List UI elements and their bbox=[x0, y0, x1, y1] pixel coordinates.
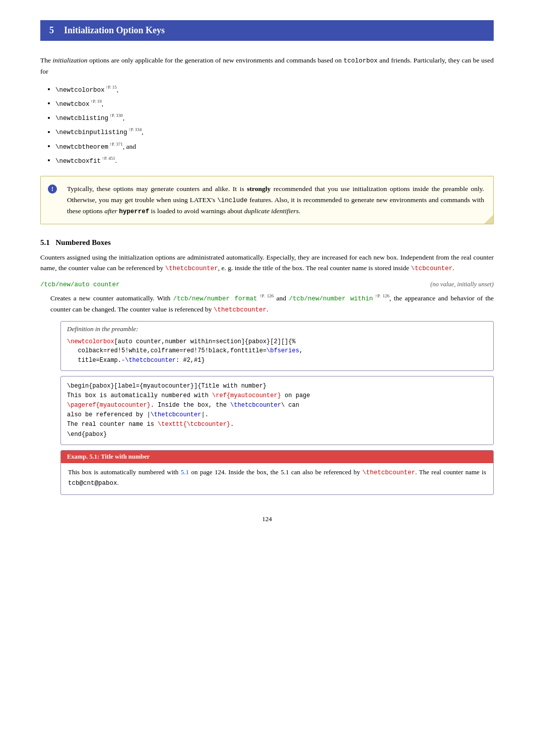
intro-paragraph: The initialization options are only appl… bbox=[40, 55, 494, 77]
example-title-text: Examp. 5.1: Title with number bbox=[67, 453, 150, 460]
page: 5 Initialization Option Keys The initial… bbox=[0, 0, 534, 756]
section-number: 5 bbox=[49, 25, 54, 36]
result-body-4: . bbox=[117, 479, 119, 486]
example-result-title: Examp. 5.1: Title with number bbox=[61, 451, 493, 463]
list-item: \newtcbtheorem ↑P. 371, and bbox=[55, 141, 494, 152]
example-result-body: This box is automatically numbered with … bbox=[61, 463, 493, 494]
code-box-code: \newtcolorbox[auto counter,number within… bbox=[61, 335, 493, 370]
subsection-label: Numbered Boxes bbox=[56, 238, 111, 246]
tcbcounter: \tcbcounter bbox=[411, 265, 453, 272]
key-description-block: Creates a new counter automatically. Wit… bbox=[50, 292, 494, 494]
section-header: 5 Initialization Option Keys bbox=[40, 20, 494, 41]
warning-italic: after bbox=[104, 207, 117, 215]
key-desc-1: Creates a new counter automatically. Wit… bbox=[50, 294, 173, 302]
warning-text-4: is loaded to avoid warnings about bbox=[149, 207, 244, 215]
key-desc-4: . bbox=[266, 305, 268, 313]
warning-italic2: duplicate identifiers bbox=[244, 207, 299, 215]
result-body-1: This box is automatically numbered with bbox=[68, 468, 181, 476]
svg-marker-0 bbox=[484, 215, 493, 224]
period: . bbox=[115, 156, 117, 164]
and-text: , and bbox=[123, 142, 136, 150]
example-result-box: Examp. 5.1: Title with number This box i… bbox=[60, 450, 494, 495]
warning-icon: ! bbox=[48, 183, 62, 217]
key-desc-paragraph: Creates a new counter automatically. Wit… bbox=[50, 292, 494, 315]
code-box-preamble: Definition in the preamble: \newtcolorbo… bbox=[60, 321, 494, 371]
exclamation-icon: ! bbox=[48, 184, 57, 194]
code-box-label: Definition in the preamble: bbox=[61, 322, 493, 335]
subsection-number: 5.1 bbox=[40, 238, 50, 246]
page-number-text: 124 bbox=[262, 515, 272, 523]
intro-text-1: The bbox=[40, 56, 53, 64]
pageref: ↑P. 330 bbox=[108, 113, 123, 118]
result-link[interactable]: 5.1 bbox=[181, 468, 189, 476]
bullet-list: \newtcolorbox ↑P. 15, \newtcbox ↑P. 19, … bbox=[55, 84, 494, 166]
key-def-line: /tcb/new/auto counter (no value, initial… bbox=[40, 281, 494, 288]
corner-fold-icon bbox=[484, 215, 493, 224]
bullet-mono: \newtcbtheorem bbox=[55, 143, 108, 150]
warning-box: ! Typically, these options may generate … bbox=[40, 176, 494, 224]
nb-text-2: , e. g. inside the title of the box. The… bbox=[218, 264, 411, 272]
intro-text-2: options are only applicable for the gene… bbox=[88, 56, 344, 64]
key-desc-thetcb: \thetcbcounter bbox=[214, 306, 266, 313]
key-def-right: (no value, initially unset) bbox=[430, 281, 494, 288]
pageref: ↑P. 371 bbox=[108, 142, 123, 147]
pageref: ↑P. 451 bbox=[101, 156, 115, 161]
thetcbcounter-1: \thetcbcounter bbox=[165, 265, 218, 272]
key-desc-mono2: /tcb/new/number within bbox=[289, 295, 373, 302]
bullet-mono: \newtcbox bbox=[55, 100, 90, 107]
key-def-left: /tcb/new/auto counter bbox=[40, 281, 120, 288]
bullet-mono: \newtcblisting bbox=[55, 115, 108, 122]
key-desc-pageref1: ↑P. 126 bbox=[257, 293, 274, 298]
page-number: 124 bbox=[40, 515, 494, 523]
list-item: \newtcblisting ↑P. 330, bbox=[55, 112, 494, 123]
result-mono2: tcb@cnt@pabox bbox=[68, 480, 117, 487]
list-item: \newtcbox ↑P. 19, bbox=[55, 98, 494, 109]
result-body-2: on page 124. Inside the box, the 5.1 can… bbox=[189, 468, 362, 476]
list-item: \newtcolorbox ↑P. 15, bbox=[55, 84, 494, 95]
section-title: Initialization Option Keys bbox=[64, 25, 165, 36]
key-desc-mono1: /tcb/new/number format bbox=[173, 295, 257, 302]
code-box-example: \begin{pabox}[label={myautocounter}]{Tit… bbox=[60, 376, 494, 445]
result-mono1: \thetcbcounter bbox=[362, 469, 415, 476]
intro-italic: initialization bbox=[53, 56, 88, 64]
warning-text-content: Typically, these options may generate co… bbox=[67, 183, 484, 217]
warning-bold: strongly bbox=[247, 185, 271, 193]
bullet-mono: \newtcboxfit bbox=[55, 157, 101, 164]
subsection-title: 5.1 Numbered Boxes bbox=[40, 238, 494, 247]
warning-text-5: . bbox=[299, 207, 300, 215]
numbered-boxes-paragraph: Counters assigned using the initializati… bbox=[40, 252, 494, 274]
list-item: \newtcbinputlisting ↑P. 334, bbox=[55, 127, 494, 137]
warning-text-1: Typically, these options may generate co… bbox=[67, 185, 247, 193]
key-desc-2: and bbox=[274, 294, 289, 302]
pageref: ↑P. 19 bbox=[90, 99, 102, 104]
warning-mono: \include bbox=[217, 197, 247, 204]
intro-mono: tcolorbox bbox=[344, 57, 378, 65]
warning-mono2: hyperref bbox=[119, 208, 149, 215]
pageref: ↑P. 15 bbox=[105, 85, 117, 90]
bullet-mono: \newtcolorbox bbox=[55, 86, 105, 93]
key-desc-pageref2: ↑P. 126 bbox=[373, 293, 389, 298]
nb-text-3: . bbox=[452, 264, 454, 272]
result-body-3: . The real counter name is bbox=[415, 468, 486, 476]
pageref: ↑P. 334 bbox=[127, 127, 142, 132]
list-item: \newtcboxfit ↑P. 451. bbox=[55, 155, 494, 166]
bullet-mono: \newtcbinputlisting bbox=[55, 129, 127, 136]
